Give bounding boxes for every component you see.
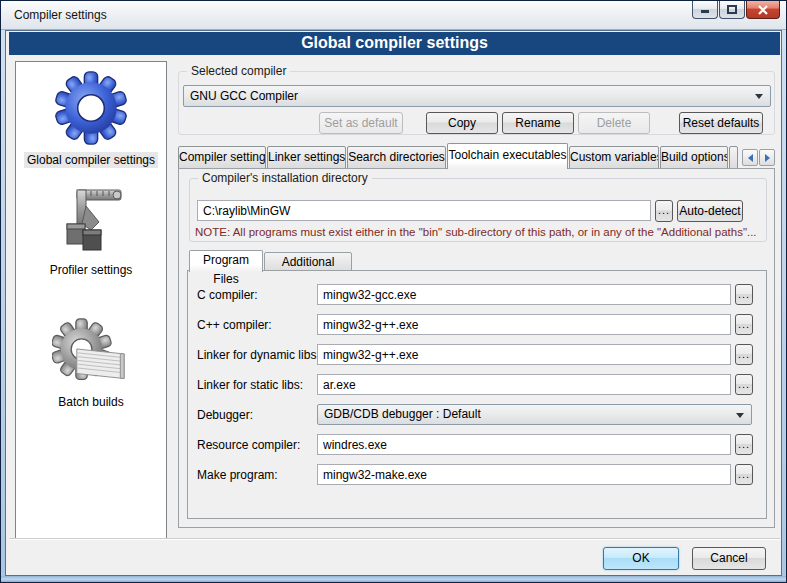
settings-category-list: Global compiler settings Profiler s (15, 61, 167, 539)
rename-button[interactable]: Rename (502, 112, 574, 134)
blue-gear-icon (53, 70, 129, 146)
auto-detect-button[interactable]: Auto-detect (677, 200, 743, 222)
chevron-down-icon (736, 413, 744, 418)
debugger-label: Debugger: (197, 408, 253, 422)
window-title: Compiler settings (14, 8, 107, 22)
minimize-icon (700, 5, 710, 14)
sidebar-item-label: Global compiler settings (24, 152, 158, 168)
tab-scroll-right-button[interactable] (759, 149, 775, 166)
sidebar-item-label: Batch builds (55, 394, 126, 410)
cpp-compiler-browse-button[interactable]: ... (735, 314, 753, 335)
close-button[interactable] (746, 1, 780, 19)
maximize-button[interactable] (719, 1, 745, 19)
tab-build-options[interactable]: Build options (660, 146, 728, 169)
cancel-button[interactable]: Cancel (692, 547, 766, 570)
debugger-select-value: GDB/CDB debugger : Default (324, 407, 481, 421)
titlebar[interactable]: Compiler settings (1, 1, 786, 30)
maximize-icon (727, 5, 737, 14)
compiler-select[interactable]: GNU GCC Compiler (183, 85, 771, 107)
window-frame-bottom (1, 576, 786, 582)
caliper-icon (55, 182, 127, 256)
tab-overflow-sliver (729, 146, 738, 169)
compiler-settings-dialog: Compiler settings Global compiler settin… (0, 0, 787, 583)
gray-gear-stack-icon (52, 318, 130, 388)
tab-linker-settings[interactable]: Linker settings (267, 146, 346, 169)
window-frame-right (782, 30, 786, 582)
chevron-down-icon (755, 94, 763, 99)
set-as-default-button[interactable]: Set as default (319, 112, 403, 134)
linker-static-label: Linker for static libs: (197, 378, 303, 392)
cpp-compiler-label: C++ compiler: (197, 318, 272, 332)
tab-scroll-left-button[interactable] (742, 149, 758, 166)
note-text: NOTE: All programs must exist either in … (195, 226, 757, 238)
ok-button[interactable]: OK (603, 547, 679, 570)
reset-defaults-button[interactable]: Reset defaults (679, 112, 763, 134)
installation-directory-input[interactable] (197, 200, 651, 221)
selected-compiler-group-label: Selected compiler (187, 64, 290, 78)
linker-dynamic-label: Linker for dynamic libs: (197, 348, 320, 362)
cpp-compiler-input[interactable] (317, 314, 731, 335)
tab-compiler-settings[interactable]: Compiler settings (178, 146, 266, 169)
installation-directory-group-label: Compiler's installation directory (198, 171, 372, 185)
resource-compiler-browse-button[interactable]: ... (735, 434, 753, 455)
arrow-left-icon (748, 154, 753, 162)
c-compiler-browse-button[interactable]: ... (735, 284, 753, 305)
sidebar-item-global-compiler-settings[interactable]: Global compiler settings (16, 70, 166, 168)
c-compiler-label: C compiler: (197, 288, 258, 302)
make-program-browse-button[interactable]: ... (735, 464, 753, 485)
sidebar-item-profiler-settings[interactable]: Profiler settings (16, 182, 166, 278)
tab-custom-variables[interactable]: Custom variables (569, 146, 659, 169)
arrow-right-icon (765, 154, 770, 162)
debugger-select[interactable]: GDB/CDB debugger : Default (317, 404, 752, 425)
make-program-label: Make program: (197, 468, 278, 482)
delete-button[interactable]: Delete (578, 112, 650, 134)
compiler-select-value: GNU GCC Compiler (190, 89, 298, 103)
footer-divider (9, 538, 780, 540)
make-program-input[interactable] (317, 464, 731, 485)
subtab-program-files[interactable]: Program Files (189, 250, 263, 272)
copy-button[interactable]: Copy (426, 112, 498, 134)
sidebar-item-label: Profiler settings (47, 262, 136, 278)
tab-search-directories[interactable]: Search directories (347, 146, 446, 169)
window-controls (692, 1, 780, 19)
resource-compiler-label: Resource compiler: (197, 438, 300, 452)
linker-static-browse-button[interactable]: ... (735, 374, 753, 395)
linker-dynamic-input[interactable] (317, 344, 731, 365)
linker-dynamic-browse-button[interactable]: ... (735, 344, 753, 365)
page-title: Global compiler settings (9, 32, 780, 55)
browse-directory-button[interactable]: ... (655, 200, 673, 222)
c-compiler-input[interactable] (317, 284, 731, 305)
minimize-button[interactable] (692, 1, 718, 19)
resource-compiler-input[interactable] (317, 434, 731, 455)
linker-static-input[interactable] (317, 374, 731, 395)
sidebar-item-batch-builds[interactable]: Batch builds (16, 318, 166, 410)
close-icon (757, 5, 769, 15)
tab-toolchain-executables[interactable]: Toolchain executables (447, 143, 568, 169)
